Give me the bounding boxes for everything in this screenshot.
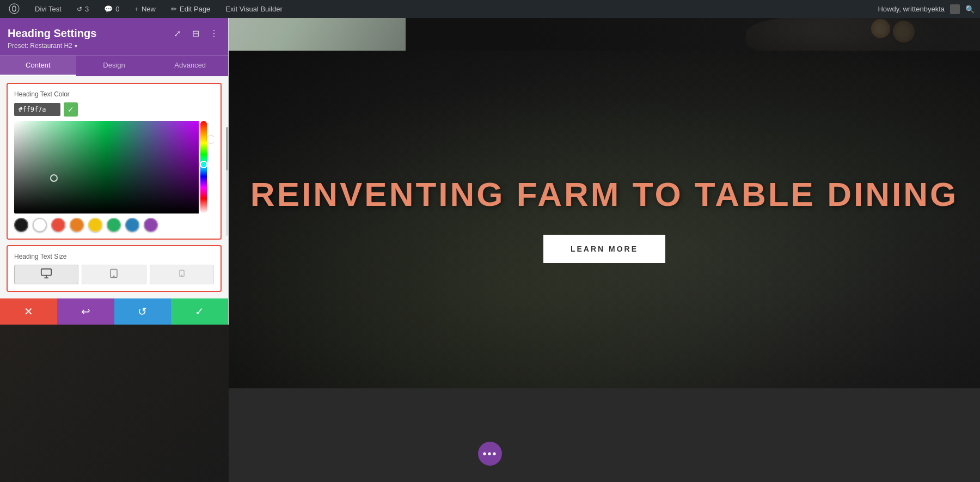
main-content: REINVENTING FARM TO TABLE DINING LEARN M… [0,18,980,482]
panel-title: Heading Settings [8,27,96,40]
swatch-blue[interactable] [125,218,139,232]
comments-item[interactable]: 💬 0 [101,0,122,18]
swatch-orange[interactable] [70,218,84,232]
desktop-icon [40,267,52,282]
color-settings-section: Heading Text Color ✓ [7,83,222,240]
swatch-green[interactable] [107,218,121,232]
exit-label: Exit Visual Builder [225,5,283,13]
new-label: New [142,5,156,13]
scroll-thumb[interactable] [226,127,228,170]
hue-thumb[interactable] [200,161,207,168]
undo-icon: ↩ [81,305,90,318]
float-dots-icon: ••• [482,448,497,460]
save-button[interactable]: ✓ [171,298,228,325]
device-tab-desktop[interactable] [14,265,78,284]
svg-point-6 [181,275,182,276]
svg-rect-0 [41,269,51,276]
search-icon[interactable]: 🔍 [965,5,975,14]
color-confirm-button[interactable]: ✓ [64,102,78,117]
cancel-button[interactable]: ✕ [0,298,57,325]
swatch-purple[interactable] [144,218,158,232]
hero-section: REINVENTING FARM TO TABLE DINING LEARN M… [229,51,980,388]
admin-bar-right: Howdy, writtenbyekta 🔍 [878,4,975,14]
device-tab-tablet[interactable] [82,265,146,284]
edit-page-label: Edit Page [180,5,210,13]
plus-icon: + [134,5,139,13]
revisions-icon: ↺ [77,5,82,13]
site-title-item[interactable]: Divi Test [32,0,65,18]
tab-bar: Content Design Advanced [0,55,228,76]
wp-icon: ⓪ [9,2,20,16]
site-title: Divi Test [35,5,62,13]
redo-button[interactable]: ↺ [114,298,171,325]
gradient-main [14,121,199,213]
svg-point-4 [114,276,115,277]
text-size-section: Heading Text Size [7,245,222,292]
panel-header-icons: ⤢ ⊟ ⋮ [170,27,220,40]
color-section-label: Heading Text Color [14,90,214,98]
tab-design[interactable]: Design [76,56,152,76]
tab-content[interactable]: Content [0,56,76,76]
revisions-count: 3 [85,5,89,13]
preset-label: Preset: Restaurant H2 [8,42,72,50]
expand-icon[interactable]: ⤢ [170,27,183,40]
color-hex-input[interactable] [14,103,60,116]
cancel-icon: ✕ [24,305,33,318]
device-tabs [14,265,214,284]
howdy-text: Howdy, writtenbyekta [878,5,945,13]
color-crosshair [50,174,58,182]
color-picker-canvas[interactable] [14,121,214,213]
edit-page-item[interactable]: ✏ Edit Page [168,0,213,18]
wp-logo[interactable]: ⓪ [5,0,23,18]
alpha-slider[interactable] [207,121,214,213]
more-options-icon[interactable]: ⋮ [207,27,220,40]
learn-more-button[interactable]: LEARN MORE [543,235,665,263]
comments-icon: 💬 [104,5,113,13]
swatch-yellow[interactable] [88,218,102,232]
undo-button[interactable]: ↩ [57,298,114,325]
color-hex-row: ✓ [14,102,214,117]
redo-icon: ↺ [138,305,147,318]
save-icon: ✓ [195,305,204,318]
color-swatches [14,218,214,232]
action-bar: ✕ ↩ ↺ ✓ [0,298,228,325]
pencil-icon: ✏ [171,5,177,13]
tab-advanced[interactable]: Advanced [152,56,228,76]
admin-bar: ⓪ Divi Test ↺ 3 💬 0 + New ✏ Edit Page Ex… [0,0,980,18]
columns-icon[interactable]: ⊟ [189,27,202,40]
mobile-icon [178,267,186,282]
swatch-black[interactable] [14,218,28,232]
alpha-thumb[interactable] [207,136,214,143]
avatar [950,4,960,14]
scroll-hint [226,127,228,236]
exit-builder-item[interactable]: Exit Visual Builder [222,0,286,18]
top-strip-right [406,18,980,51]
tablet-icon [109,267,119,282]
panel-header-row: Heading Settings ⤢ ⊟ ⋮ [8,27,220,40]
swatch-red[interactable] [51,218,65,232]
preset-selector[interactable]: Preset: Restaurant H2 [8,42,220,50]
device-tab-mobile[interactable] [150,265,214,284]
settings-panel: Heading Settings ⤢ ⊟ ⋮ Preset: Restauran… [0,18,229,325]
panel-header: Heading Settings ⤢ ⊟ ⋮ Preset: Restauran… [0,18,228,55]
text-size-label: Heading Text Size [14,253,214,260]
panel-body: Heading Text Color ✓ [0,76,228,298]
new-item[interactable]: + New [131,0,159,18]
swatch-white[interactable] [33,218,47,232]
hero-heading: REINVENTING FARM TO TABLE DINING [250,176,958,213]
float-action-button[interactable]: ••• [478,442,502,466]
comments-count: 0 [115,5,119,13]
revisions-item[interactable]: ↺ 3 [74,0,92,18]
